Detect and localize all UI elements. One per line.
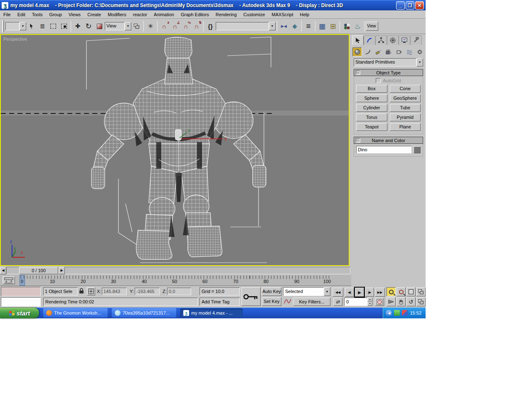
- maxscript-mini-listener-pink[interactable]: [1, 287, 41, 296]
- go-to-start-button[interactable]: ◀◀: [332, 288, 343, 297]
- menu-file[interactable]: File: [0, 11, 14, 18]
- render-view-button[interactable]: View: [366, 22, 378, 31]
- menu-tools[interactable]: Tools: [29, 11, 46, 18]
- field-of-view-button[interactable]: [387, 297, 396, 306]
- auto-key-button[interactable]: Auto Key: [262, 287, 281, 296]
- cone-button[interactable]: Cone: [390, 85, 421, 93]
- tab-hierarchy[interactable]: [375, 35, 387, 45]
- layer-manager-button[interactable]: ≡: [303, 21, 314, 32]
- object-type-rollout-header[interactable]: - Object Type: [354, 69, 423, 76]
- menu-edit[interactable]: Edit: [14, 11, 29, 18]
- tube-button[interactable]: Tube: [390, 104, 421, 112]
- menu-reactor[interactable]: reactor: [130, 11, 150, 18]
- chevron-down-icon[interactable]: ▼: [20, 22, 26, 30]
- tab-utilities[interactable]: [410, 35, 422, 45]
- go-to-end-button[interactable]: ▶▶: [375, 288, 385, 297]
- security-alert-tray-icon[interactable]: [402, 310, 408, 316]
- window-crossing-toggle-button[interactable]: [59, 21, 69, 32]
- chevron-down-icon[interactable]: ▼: [125, 22, 131, 30]
- next-frame-button[interactable]: |▶: [365, 288, 374, 297]
- perspective-viewport[interactable]: x y z x y Perspective: [0, 34, 350, 266]
- category-space-warps[interactable]: [404, 47, 414, 57]
- category-systems[interactable]: [415, 47, 424, 57]
- zoom-all-button[interactable]: [397, 287, 406, 296]
- object-name-field[interactable]: Dino: [356, 146, 411, 153]
- box-button[interactable]: Box: [356, 85, 387, 93]
- viewport-label[interactable]: Perspective: [3, 37, 27, 42]
- chevron-down-icon[interactable]: ▼: [324, 287, 330, 296]
- tab-create[interactable]: [352, 35, 364, 45]
- edit-named-selection-sets-button[interactable]: {}: [205, 21, 216, 32]
- chevron-down-icon[interactable]: ▼: [416, 58, 423, 66]
- select-and-move-button[interactable]: ✚: [72, 21, 83, 32]
- curve-editor-button[interactable]: ▦: [317, 21, 328, 32]
- menu-help[interactable]: Help: [297, 11, 313, 18]
- menu-graph-editors[interactable]: Graph Editors: [177, 11, 212, 18]
- menu-modifiers[interactable]: Modifiers: [104, 11, 130, 18]
- toolbar-grip[interactable]: [2, 20, 4, 32]
- pyramid-button[interactable]: Pyramid: [390, 113, 421, 121]
- y-coordinate-field[interactable]: -193.465: [135, 288, 160, 295]
- rectangular-selection-region-button[interactable]: [48, 21, 59, 32]
- spinner-snap-toggle-button[interactable]: ∩⇅: [191, 21, 202, 32]
- tab-motion[interactable]: [387, 35, 399, 45]
- key-mode-toggle-button[interactable]: ⇄: [333, 298, 342, 306]
- open-mini-curve-editor-button[interactable]: [2, 276, 15, 284]
- track-bar[interactable]: 0 10 20 30 40 50 60 70 80 90 100: [0, 275, 351, 286]
- spinner-down-icon[interactable]: ▼: [367, 302, 372, 306]
- current-frame-spinner[interactable]: 0 ▲▼: [344, 298, 372, 306]
- material-editor-button[interactable]: [341, 21, 352, 32]
- category-geometry[interactable]: [352, 47, 362, 57]
- task-3dsmax-active[interactable]: ʒ my model 4.max - ...: [180, 308, 243, 318]
- use-pivot-center-button[interactable]: [131, 21, 142, 32]
- primitives-category-dropdown[interactable]: Standard Primitives ▼: [354, 58, 423, 66]
- arc-rotate-button[interactable]: ↺: [406, 297, 416, 306]
- named-selection-sets-dropdown[interactable]: ▼: [216, 22, 276, 30]
- maxscript-mini-listener-white[interactable]: [1, 297, 41, 307]
- menu-views[interactable]: Views: [65, 11, 84, 18]
- name-color-rollout-header[interactable]: - Name and Color: [354, 137, 423, 144]
- current-frame-value[interactable]: 0: [344, 298, 367, 306]
- x-coordinate-field[interactable]: 145.843: [102, 288, 127, 295]
- zoom-button[interactable]: [387, 287, 396, 296]
- category-shapes[interactable]: [363, 47, 372, 57]
- chevron-down-icon[interactable]: ▼: [269, 22, 276, 30]
- tab-modify[interactable]: [364, 35, 375, 45]
- sphere-button[interactable]: Sphere: [356, 94, 387, 102]
- min-max-toggle-button[interactable]: [416, 297, 426, 306]
- mirror-button[interactable]: ▶◀: [278, 21, 289, 32]
- close-button[interactable]: ✕: [415, 1, 424, 10]
- teapot-button[interactable]: Teapot: [356, 123, 387, 131]
- snaps-toggle-button[interactable]: ∩3: [159, 21, 170, 32]
- autogrid-checkbox[interactable]: [376, 78, 381, 83]
- default-tangent-button[interactable]: [284, 298, 291, 305]
- zoom-extents-all-button[interactable]: [416, 287, 426, 296]
- key-filters-button[interactable]: Key Filters...: [293, 298, 330, 306]
- select-and-rotate-button[interactable]: ↻: [83, 21, 94, 32]
- menu-rendering[interactable]: Rendering: [212, 11, 240, 18]
- messenger-tray-icon[interactable]: [394, 310, 400, 316]
- reference-coordinate-dropdown[interactable]: View ▼: [105, 22, 131, 30]
- z-coordinate-field[interactable]: 0.0: [167, 288, 191, 295]
- spinner-up-icon[interactable]: ▲: [367, 298, 372, 302]
- time-slider-handle[interactable]: 0 / 100: [19, 267, 58, 274]
- select-object-button[interactable]: [26, 21, 37, 32]
- task-gnomon-workshop[interactable]: The Gnomon Worksh...: [43, 308, 108, 318]
- key-selection-dropdown[interactable]: Selected ▼: [283, 287, 330, 296]
- torus-button[interactable]: Torus: [356, 113, 387, 121]
- title-bar[interactable]: ʒ my model 4.max - Project Folder: C:\Do…: [0, 0, 426, 10]
- schematic-view-button[interactable]: ⊞: [328, 21, 338, 32]
- tab-display[interactable]: [399, 35, 410, 45]
- frame-forward-arrow[interactable]: ▶: [59, 267, 65, 274]
- select-by-name-button[interactable]: ≣: [37, 21, 48, 32]
- task-download-file[interactable]: 70ea395a10d721317...: [112, 308, 176, 318]
- align-button[interactable]: ◆: [289, 21, 300, 32]
- add-time-tag[interactable]: Add Time Tag: [200, 298, 240, 306]
- category-cameras[interactable]: [384, 47, 393, 57]
- selection-filter-dropdown[interactable]: ▼: [5, 22, 26, 30]
- cylinder-button[interactable]: Cylinder: [356, 104, 387, 112]
- wireframe-model[interactable]: [91, 37, 266, 259]
- angle-snap-toggle-button[interactable]: ∩∠: [170, 21, 180, 32]
- select-and-manipulate-button[interactable]: ✳: [145, 21, 156, 32]
- category-helpers[interactable]: [394, 47, 404, 57]
